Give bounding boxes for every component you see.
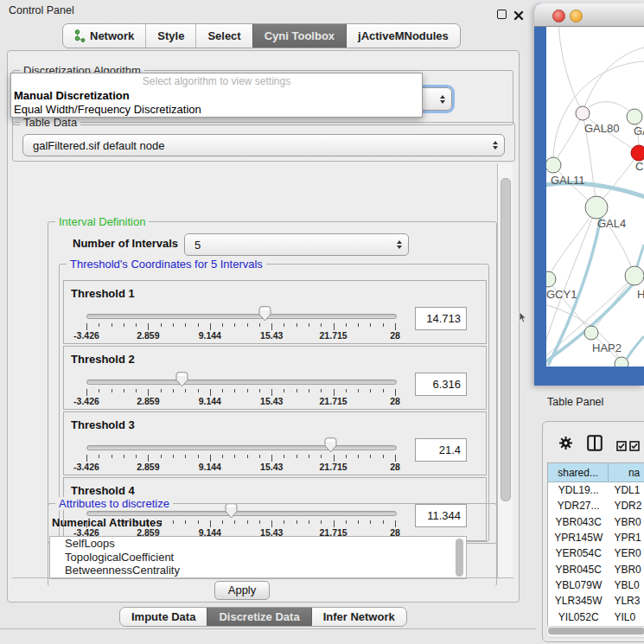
node-label: GAL4 bbox=[597, 217, 626, 230]
list-scrollbar[interactable] bbox=[455, 538, 464, 577]
tick-label: 15.43 bbox=[260, 462, 283, 472]
checkbox-icon[interactable] bbox=[629, 439, 640, 455]
panel-title: Control Panel bbox=[9, 4, 74, 16]
slider-thumb[interactable] bbox=[324, 437, 337, 453]
group-title: Attributes to discretize bbox=[55, 497, 173, 510]
column-header-2[interactable]: na bbox=[609, 463, 644, 481]
slider-tick-labels: -3.4262.8599.14415.4321.71528 bbox=[86, 462, 395, 472]
network-node[interactable] bbox=[576, 106, 590, 120]
tick-label: 28 bbox=[390, 396, 400, 406]
slider-thumb[interactable] bbox=[258, 306, 271, 322]
cyni-toolbox-panel: Discretization Algorithm Table Data galF… bbox=[7, 50, 520, 603]
slider-track[interactable] bbox=[86, 445, 397, 450]
table-cell: YBL079W bbox=[548, 579, 609, 591]
network-edge bbox=[553, 113, 583, 165]
application-root: Control Panel NetworkStyleSelectCyni Too… bbox=[0, 0, 644, 644]
dropdown-option[interactable]: Equal Width/Frequency Discretization bbox=[11, 102, 422, 116]
tab-label: jActiveMNodules bbox=[358, 29, 449, 42]
tick-label: 21.715 bbox=[320, 396, 348, 406]
slider-track[interactable] bbox=[86, 314, 397, 319]
threshold-value-field[interactable]: 21.4 bbox=[415, 438, 467, 462]
tick-label: 21.715 bbox=[320, 330, 348, 341]
tab-jactivemnodules[interactable]: jActiveMNodules bbox=[346, 24, 460, 48]
table-data-combo-value: galFiltered.sif default node bbox=[23, 139, 487, 152]
float-panel-icon[interactable] bbox=[497, 10, 507, 19]
panel-scrollbar[interactable] bbox=[497, 163, 513, 578]
table-cell: YBR0 bbox=[609, 516, 644, 528]
threshold-label: Threshold 2 bbox=[71, 353, 135, 366]
threshold-panel: Threshold 1-3.4262.8599.14415.4321.71528… bbox=[63, 280, 487, 344]
table-row[interactable]: YDL19...YDL1 bbox=[548, 482, 644, 498]
list-scrollbar-thumb[interactable] bbox=[456, 539, 463, 577]
dropdown-option[interactable]: Manual Discretization bbox=[11, 88, 422, 102]
tab-label: Discretize Data bbox=[219, 610, 299, 623]
tab-style[interactable]: Style bbox=[145, 24, 195, 48]
apply-button[interactable]: Apply bbox=[214, 581, 270, 600]
network-node[interactable] bbox=[546, 271, 556, 287]
bottom-tab-bar: Impute DataDiscretize DataInfer Network bbox=[119, 607, 407, 627]
network-node[interactable] bbox=[584, 326, 598, 340]
divider bbox=[12, 577, 513, 578]
slider-track[interactable] bbox=[86, 379, 397, 385]
table-row[interactable]: YBL079WYBL0 bbox=[548, 577, 644, 593]
numerical-attributes-list[interactable]: SelfLoopsTopologicalCoefficientBetweenne… bbox=[49, 536, 467, 579]
close-traffic-light[interactable] bbox=[552, 10, 565, 22]
threshold-label: Threshold 1 bbox=[71, 287, 135, 300]
threshold-value-field[interactable]: 14.713 bbox=[415, 307, 467, 330]
table-row[interactable]: YPR145WYPR1 bbox=[548, 530, 644, 545]
attribute-item[interactable]: SelfLoops bbox=[50, 537, 466, 551]
settings-scroll-viewport: Interval Definition Number of Intervals … bbox=[19, 163, 503, 628]
panel-scrollbar-thumb[interactable] bbox=[501, 178, 511, 501]
table-row[interactable]: YER054CYER0 bbox=[548, 545, 644, 561]
algorithm-dropdown-popup: Select algorithm to view settings Manual… bbox=[10, 73, 423, 118]
network-node[interactable] bbox=[585, 196, 608, 219]
network-edge bbox=[558, 27, 583, 113]
group-title: Interval Definition bbox=[55, 215, 149, 228]
minimize-traffic-light[interactable] bbox=[570, 10, 583, 22]
split-columns-icon[interactable] bbox=[587, 435, 603, 455]
network-node[interactable] bbox=[627, 109, 642, 124]
attribute-item[interactable]: TopologicalCoefficient bbox=[50, 551, 466, 564]
slider-tick-labels: -3.4262.8599.14415.4321.71528 bbox=[86, 330, 395, 341]
tab-discretize-data[interactable]: Discretize Data bbox=[207, 608, 310, 626]
attribute-item[interactable]: BetweennessCentrality bbox=[50, 564, 466, 577]
tab-infer-network[interactable]: Infer Network bbox=[311, 608, 406, 626]
window-titlebar[interactable] bbox=[534, 3, 644, 27]
slider-thumb[interactable] bbox=[175, 372, 188, 387]
tick-label: 15.43 bbox=[260, 396, 283, 406]
network-node[interactable] bbox=[615, 357, 628, 367]
network-canvas[interactable]: GAL80GACGAL11GAL4GCY1HAHAP2 bbox=[546, 27, 644, 367]
number-of-intervals-label: Number of Intervals bbox=[73, 237, 178, 250]
column-header-1[interactable]: shared... bbox=[548, 463, 609, 481]
network-graph: GAL80GACGAL11GAL4GCY1HAHAP2 bbox=[546, 27, 644, 367]
table-cell: YDL1 bbox=[609, 484, 644, 496]
close-panel-icon[interactable] bbox=[513, 9, 524, 24]
table-panel: shared...na YDL19...YDL1YDR27...YDR2YBR0… bbox=[542, 421, 644, 642]
table-hscrollbar[interactable] bbox=[545, 626, 644, 638]
tab-network[interactable]: Network bbox=[63, 24, 145, 48]
table-row[interactable]: YLR345WYLR3 bbox=[548, 593, 644, 609]
zoom-traffic-light[interactable] bbox=[587, 10, 598, 21]
tab-impute-data[interactable]: Impute Data bbox=[120, 608, 207, 626]
checkbox-icon[interactable] bbox=[616, 439, 627, 455]
network-node[interactable] bbox=[625, 266, 644, 285]
network-node[interactable] bbox=[546, 157, 561, 173]
table-row[interactable]: YIL052CYIL0 bbox=[548, 609, 644, 624]
table-panel-title: Table Panel bbox=[547, 396, 603, 408]
group-title: Table Data bbox=[20, 116, 80, 129]
threshold-value-field[interactable]: 6.316 bbox=[415, 373, 467, 396]
table-hscrollbar-thumb[interactable] bbox=[548, 628, 644, 634]
mouse-cursor bbox=[519, 311, 527, 327]
node-label: C bbox=[635, 160, 643, 173]
table-row[interactable]: YBR043CYBR0 bbox=[548, 514, 644, 530]
number-of-intervals-combo[interactable]: 5 bbox=[184, 233, 409, 256]
table-row[interactable]: YDR27...YDR2 bbox=[548, 498, 644, 513]
table-data-combo[interactable]: galFiltered.sif default node bbox=[22, 134, 505, 156]
tab-select[interactable]: Select bbox=[195, 24, 252, 48]
table-row[interactable]: YBR045CYBR0 bbox=[548, 561, 644, 577]
table-cell: YBR0 bbox=[609, 564, 644, 576]
gear-icon[interactable] bbox=[558, 436, 573, 454]
tick-label: 21.715 bbox=[320, 462, 348, 472]
tab-cyni-toolbox[interactable]: Cyni Toolbox bbox=[252, 24, 346, 48]
network-node[interactable] bbox=[631, 145, 644, 161]
